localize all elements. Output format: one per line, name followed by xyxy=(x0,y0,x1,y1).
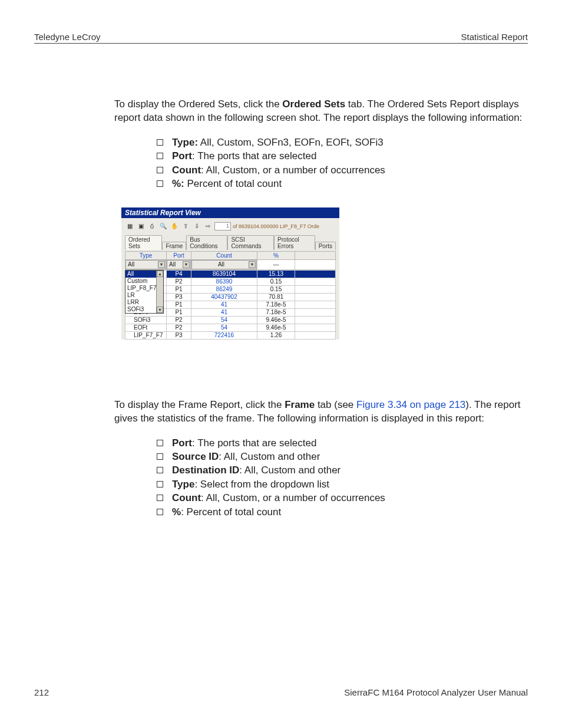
tab-protocol-errors[interactable]: Protocol Errors xyxy=(274,235,315,250)
p2-link[interactable]: Figure 3.34 on page 213 xyxy=(356,399,465,410)
tab-ports[interactable]: Ports xyxy=(315,242,336,250)
cell-port: P2 xyxy=(167,316,191,324)
cell-count: 8639104 xyxy=(191,270,257,278)
p2-prefix: To display the Frame Report, click the xyxy=(114,399,285,410)
tab-bar: Ordered Sets Frame Bus Conditions SCSI C… xyxy=(123,232,338,249)
footer-title: SierraFC M164 Protocol Analyzer User Man… xyxy=(344,687,528,697)
col-blank xyxy=(295,251,336,259)
cell-port: P3 xyxy=(167,331,191,339)
nav-summary-text: of 8639104.000000 LIP_F8_F7 Orde xyxy=(233,223,319,229)
cell-blank xyxy=(295,278,336,285)
cell-pct: 70.81 xyxy=(257,293,295,301)
report-table: Type Port Count % All ▼ All ▼ xyxy=(125,251,336,270)
toolbar-icon[interactable]: ▣ xyxy=(136,222,146,231)
list-item: Source ID: All, Custom and other xyxy=(157,450,525,463)
list-item: %: Percent of total count xyxy=(157,177,525,190)
filter-port-value: All xyxy=(169,261,176,268)
cell-count: 40437902 xyxy=(191,293,257,301)
p1-prefix: To display the Ordered Sets, click the xyxy=(114,98,282,110)
li-bold: Source ID xyxy=(172,451,219,462)
page-number: 212 xyxy=(34,687,49,697)
header-right: Statistical Report xyxy=(461,32,528,42)
col-count[interactable]: Count xyxy=(191,251,257,259)
li-rest: : All, Custom, or a number of occurrence… xyxy=(201,164,385,176)
list-item: Port: The ports that are selected xyxy=(157,149,525,163)
li-bold: Count xyxy=(172,492,201,503)
cell-pct: 0.15 xyxy=(257,285,295,293)
table-row[interactable]: EOFt P2 54 9.46e-5 xyxy=(125,324,336,331)
li-bold: Destination ID xyxy=(172,465,239,476)
print-icon[interactable]: ⎙ xyxy=(147,222,157,231)
filter-type-dropdown[interactable]: All ▼ xyxy=(125,260,166,269)
table-filter-row: All ▼ All ▼ All ▼ --- xyxy=(125,259,336,269)
arrow-up-icon[interactable]: ⇧ xyxy=(181,222,190,231)
nav-index-input[interactable]: 1 xyxy=(214,222,231,230)
cell-port: P2 xyxy=(167,278,191,285)
cell-blank xyxy=(295,293,336,301)
scroll-up-icon[interactable]: ▲ xyxy=(157,271,163,277)
col-percent[interactable]: % xyxy=(257,251,295,259)
filter-blank xyxy=(295,259,336,269)
dropdown-scrollbar[interactable]: ▲▼ xyxy=(156,271,163,313)
list-item: Destination ID: All, Custom and other xyxy=(157,463,525,477)
filter-count-dropdown[interactable]: All ▼ xyxy=(191,260,257,269)
p1-bold: Ordered Sets xyxy=(282,98,345,110)
li-bold: Count xyxy=(172,164,201,176)
filter-port-dropdown[interactable]: All ▼ xyxy=(167,260,191,269)
toolbar: ▦ ▣ ⎙ 🔍 ✋ ⇧ ⇩ ⇨ 1 of 8639104.000000 LIP_… xyxy=(123,220,338,232)
li-rest: Percent of total count xyxy=(184,178,282,189)
chevron-down-icon: ▼ xyxy=(183,261,190,268)
cell-port: P3 xyxy=(167,293,191,301)
cell-port: P1 xyxy=(167,285,191,293)
cell-count: 86390 xyxy=(191,278,257,285)
scroll-down-icon[interactable]: ▼ xyxy=(157,307,163,313)
cell-pct: 1.26 xyxy=(257,331,295,339)
arrow-right-icon[interactable]: ⇨ xyxy=(203,222,213,231)
li-rest: : All, Custom, or a number of occurrence… xyxy=(201,492,385,503)
li-bold: Type xyxy=(172,479,194,490)
li-rest: : The ports that are selected xyxy=(192,150,316,162)
li-bold: Type: xyxy=(172,137,198,148)
cell-count: 86249 xyxy=(191,285,257,293)
cell-type: SOFi3 xyxy=(125,316,167,324)
li-rest: All, Custom, SOFn3, EOFn, EOFt, SOFi3 xyxy=(198,137,384,148)
li-bold: Port xyxy=(172,437,192,449)
cell-count: 54 xyxy=(191,316,257,324)
chevron-down-icon: ▼ xyxy=(249,261,256,268)
cell-type: LIP_F7_F7 xyxy=(125,331,167,339)
col-port[interactable]: Port xyxy=(167,251,191,259)
tab-bus-conditions[interactable]: Bus Conditions xyxy=(186,235,227,250)
preview-icon[interactable]: 🔍 xyxy=(158,222,168,231)
tab-ordered-sets[interactable]: Ordered Sets xyxy=(125,235,162,250)
cell-blank xyxy=(295,270,336,278)
cell-pct: 7.18e-5 xyxy=(257,301,295,308)
type-dropdown-list[interactable]: All Custom LIP_F8_F7 LR LRR SOFi3 ▲▼ xyxy=(125,270,164,314)
arrow-down-icon[interactable]: ⇩ xyxy=(192,222,201,231)
cell-count: 41 xyxy=(191,301,257,308)
li-rest: : The ports that are selected xyxy=(192,437,316,449)
chevron-down-icon: ▼ xyxy=(158,261,165,268)
hand-icon[interactable]: ✋ xyxy=(170,222,179,231)
header-divider xyxy=(34,43,528,44)
tab-scsi-commands[interactable]: SCSI Commands xyxy=(227,235,274,250)
list-item: Type: Select from the dropdown list xyxy=(157,477,525,491)
list-ordered-sets: Type: All, Custom, SOFn3, EOFn, EOFt, SO… xyxy=(114,136,525,191)
cell-port: P4 xyxy=(167,270,191,278)
tab-frame[interactable]: Frame xyxy=(162,242,186,250)
cell-port: P1 xyxy=(167,308,191,316)
col-type[interactable]: Type xyxy=(125,251,167,259)
toolbar-icon[interactable]: ▦ xyxy=(125,222,134,231)
list-item: Port: The ports that are selected xyxy=(157,436,525,450)
li-bold: Port xyxy=(172,150,192,162)
cell-blank xyxy=(295,285,336,293)
li-bold: % xyxy=(172,506,181,518)
filter-percent-value: --- xyxy=(257,259,295,269)
table-row[interactable]: LIP_F7_F7 P3 722416 1.26 xyxy=(125,331,336,339)
cell-pct: 15.13 xyxy=(257,270,295,278)
cell-pct: 7.18e-5 xyxy=(257,308,295,316)
li-rest: : Select from the dropdown list xyxy=(194,479,329,490)
table-row[interactable]: SOFi3 P2 54 9.46e-5 xyxy=(125,316,336,324)
cell-blank xyxy=(295,301,336,308)
header-left: Teledyne LeCroy xyxy=(34,32,101,42)
paragraph-frame-report: To display the Frame Report, click the F… xyxy=(34,398,528,519)
